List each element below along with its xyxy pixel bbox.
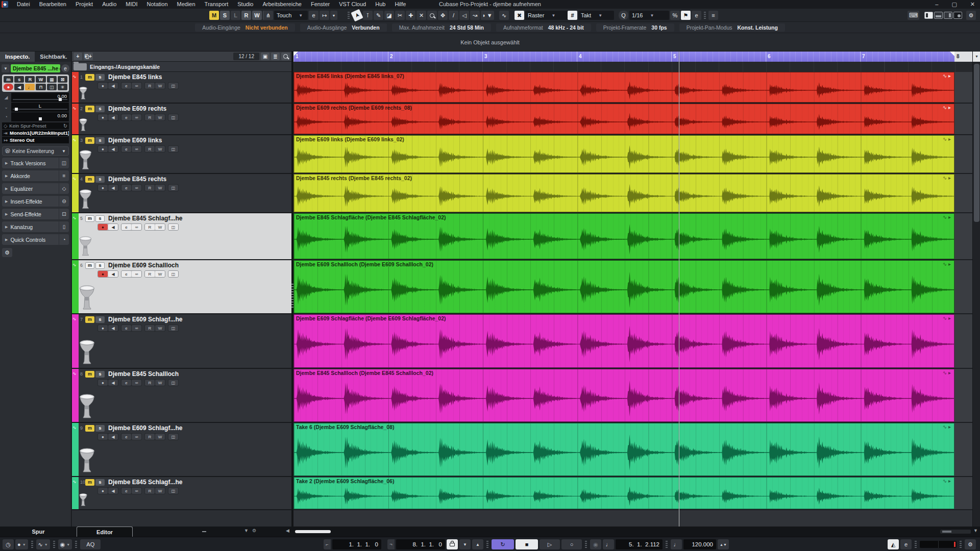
menu-vst-cloud[interactable]: VST Cloud bbox=[334, 0, 371, 9]
output-routing-row[interactable]: ↦ Stereo Out bbox=[2, 137, 69, 143]
tempo-field[interactable]: 120.000 bbox=[683, 539, 716, 549]
locator-lock-button[interactable] bbox=[447, 539, 458, 549]
constrain-delay-compensation-button[interactable]: ◷ bbox=[3, 539, 14, 549]
track-monitor-button[interactable]: ◀ bbox=[108, 380, 118, 386]
track-row-9[interactable]: ∿9msDjembe E609 Schlagf...he●◀e∞RW◫ bbox=[72, 423, 291, 477]
menu-transport[interactable]: Transport bbox=[200, 0, 233, 9]
track-link-button[interactable]: ∞ bbox=[132, 325, 141, 331]
track-solo-button[interactable]: s bbox=[95, 215, 105, 222]
menu-hub[interactable]: Hub bbox=[371, 0, 390, 9]
menu-audio[interactable]: Audio bbox=[97, 0, 121, 9]
audio-event-10[interactable]: Take 2 (Djembe E609 Schlagfläche_06)∿ ▸ bbox=[293, 477, 954, 509]
range-selection-tool[interactable]: ⊺ bbox=[363, 11, 373, 20]
iterative-quantize-button[interactable]: ⚑ bbox=[681, 11, 691, 20]
track-link-button[interactable]: ∞ bbox=[132, 224, 141, 230]
track-record-arm-button[interactable]: ● bbox=[98, 114, 108, 120]
inspector-track-name[interactable]: Djembe E845 ...he ▸ bbox=[11, 64, 60, 72]
menu-notation[interactable]: Notation bbox=[142, 0, 173, 9]
quantize-select[interactable]: 1/16▼ bbox=[629, 11, 669, 20]
track-link-button[interactable]: ∞ bbox=[132, 271, 141, 277]
track-read-button[interactable]: R bbox=[145, 83, 155, 89]
track-link-button[interactable]: ∞ bbox=[132, 380, 141, 386]
track-row-6[interactable]: ∿6msDjembe E609 Schallloch●◀e∞RW◫ bbox=[72, 260, 291, 314]
track-mute-button[interactable]: m bbox=[85, 371, 94, 378]
track-lanes-button[interactable]: ◫ bbox=[168, 434, 178, 440]
track-solo-button[interactable]: s bbox=[95, 137, 105, 144]
track-link-button[interactable]: ∞ bbox=[132, 488, 141, 494]
track-record-arm-button[interactable]: ● bbox=[98, 224, 108, 230]
track-write-button[interactable]: W bbox=[155, 271, 165, 277]
inspector-setup-gear-icon[interactable]: ⚙ bbox=[2, 248, 12, 257]
track-read-button[interactable]: R bbox=[145, 325, 155, 331]
cycle-end-marker[interactable] bbox=[950, 52, 954, 56]
play-tool[interactable]: ◁ bbox=[459, 11, 469, 20]
track-lanes-button[interactable]: ◫ bbox=[168, 83, 178, 89]
track-write-button[interactable]: W bbox=[155, 146, 165, 152]
input-routing-row[interactable]: ⇥ MonoIn1(UR22mkIIInput1) bbox=[2, 130, 69, 136]
track-monitor-button[interactable]: ◀ bbox=[108, 271, 118, 277]
erase-tool[interactable]: ◪ bbox=[384, 11, 394, 20]
track-mute-button[interactable]: m bbox=[85, 74, 94, 81]
punch-out-button[interactable]: ▲ bbox=[472, 539, 483, 549]
track-edit-button[interactable]: e bbox=[121, 380, 131, 386]
horizontal-scroll-thumb[interactable] bbox=[295, 530, 331, 533]
zone-setup-button[interactable] bbox=[953, 12, 962, 19]
track-monitor-button[interactable]: ◀ bbox=[108, 83, 118, 89]
track-row-4[interactable]: ∿4msDjembe E845 rechts●◀e∞RW◫ bbox=[72, 174, 291, 213]
warp-tool[interactable]: ↝ bbox=[470, 11, 480, 20]
track-solo-button[interactable]: s bbox=[95, 425, 105, 432]
track-write-button[interactable]: W bbox=[155, 488, 165, 494]
track-link-button[interactable]: ∞ bbox=[132, 146, 141, 152]
track-lanes-button[interactable]: ◫ bbox=[168, 224, 178, 230]
track-mute-button[interactable]: m bbox=[85, 215, 94, 222]
punch-in-button[interactable]: ▼ bbox=[459, 539, 471, 549]
metronome-edit-button[interactable]: e bbox=[900, 539, 912, 549]
mute-tool[interactable]: ✕ bbox=[416, 11, 426, 20]
automation-edit-button[interactable]: e bbox=[309, 11, 318, 20]
automation-panel-icon[interactable]: ⋔ bbox=[263, 11, 273, 20]
track-write-button[interactable]: W bbox=[155, 114, 165, 120]
track-lanes-button[interactable]: ◫ bbox=[168, 114, 178, 120]
track-solo-button[interactable]: s bbox=[95, 176, 105, 183]
quantize-percent-icon[interactable]: % bbox=[670, 11, 680, 20]
io-folder-track[interactable]: Eingangs-/Ausgangskanäle bbox=[72, 62, 291, 72]
audio-record-mode-button[interactable]: ∿▼ bbox=[36, 539, 50, 549]
add-track-button[interactable]: + bbox=[74, 53, 82, 60]
menu-datei[interactable]: Datei bbox=[12, 0, 35, 9]
right-zone-button[interactable] bbox=[944, 12, 952, 19]
inspector-record-arm-button[interactable]: ● bbox=[4, 84, 13, 90]
track-read-button[interactable]: R bbox=[145, 185, 155, 191]
left-zone-button[interactable] bbox=[924, 12, 933, 19]
delay-slider[interactable]: 0.00 bbox=[11, 112, 69, 121]
tab-spur[interactable]: Spur bbox=[10, 527, 66, 537]
global-m-button[interactable]: M bbox=[209, 11, 219, 20]
line-style-button[interactable]: ≡ bbox=[708, 11, 718, 20]
play-button[interactable]: ▷ bbox=[540, 539, 560, 549]
pan-slider[interactable]: L bbox=[11, 103, 69, 112]
hscroll-left-arrow-icon[interactable]: ◀ bbox=[286, 528, 289, 533]
inspector-lanes-button[interactable]: ◫ bbox=[47, 84, 57, 90]
track-record-arm-button[interactable]: ● bbox=[98, 434, 108, 440]
goto-right-locator-icon[interactable]: ¬ bbox=[387, 539, 395, 549]
position-field[interactable]: 5. 1. 2.112 bbox=[616, 539, 663, 549]
track-mute-button[interactable]: m bbox=[85, 176, 94, 183]
global-s-button[interactable]: S bbox=[220, 11, 230, 20]
track-read-button[interactable]: R bbox=[145, 224, 155, 230]
section-track-versions[interactable]: ▶Track Versions◫ bbox=[2, 158, 69, 168]
track-read-button[interactable]: R bbox=[145, 114, 155, 120]
track-row-7[interactable]: ∿7msDjembe E609 Schlagf...he●◀e∞RW◫ bbox=[72, 314, 291, 369]
inspector-read-button[interactable]: R bbox=[25, 76, 35, 83]
track-expand-button[interactable]: ▼ bbox=[2, 64, 10, 72]
track-scale-dropdown-icon[interactable]: ▼ bbox=[244, 528, 249, 533]
extension-select[interactable]: Ⓦ Keine Erweiterung ▼ bbox=[2, 146, 69, 156]
track-mute-button[interactable]: m bbox=[85, 106, 94, 112]
inspector-instrument-button[interactable]: ✳ bbox=[58, 84, 67, 90]
track-read-button[interactable]: R bbox=[145, 380, 155, 386]
snap-type-select[interactable]: Raster▼ bbox=[525, 11, 570, 20]
maximize-button[interactable]: ▢ bbox=[951, 0, 957, 9]
track-edit-button[interactable]: e bbox=[121, 114, 131, 120]
midi-record-mode-button[interactable]: ◉▼ bbox=[58, 539, 72, 549]
audio-event-2[interactable]: Djembe E609 rechts (Djembe E609 rechts_0… bbox=[293, 104, 954, 134]
vertical-scrollbar[interactable]: ▼ bbox=[972, 52, 980, 527]
track-row-10[interactable]: ∿10msDjembe E845 Schlagf...he●◀e∞RW◫ bbox=[72, 477, 291, 510]
